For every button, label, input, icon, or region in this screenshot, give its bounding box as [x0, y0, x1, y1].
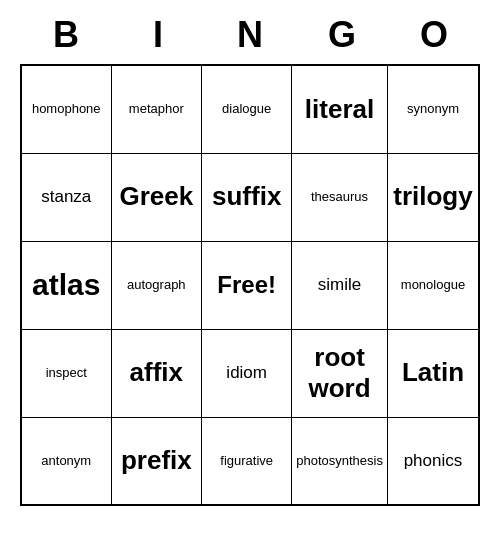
cell-2-0: atlas — [21, 241, 111, 329]
cell-1-3: thesaurus — [292, 153, 388, 241]
cell-3-3: rootword — [292, 329, 388, 417]
cell-2-2: Free! — [202, 241, 292, 329]
cell-4-3: photosynthesis — [292, 417, 388, 505]
grid-row-4: antonymprefixfigurativephotosynthesispho… — [21, 417, 479, 505]
cell-0-4: synonym — [387, 65, 479, 153]
cell-0-1: metaphor — [111, 65, 202, 153]
cell-1-2: suffix — [202, 153, 292, 241]
cell-1-1: Greek — [111, 153, 202, 241]
cell-2-1: autograph — [111, 241, 202, 329]
grid-row-0: homophonemetaphordialogueliteralsynonym — [21, 65, 479, 153]
cell-1-0: stanza — [21, 153, 111, 241]
cell-0-3: literal — [292, 65, 388, 153]
header-letter-I: I — [112, 10, 204, 60]
cell-4-0: antonym — [21, 417, 111, 505]
header-letter-N: N — [204, 10, 296, 60]
cell-0-0: homophone — [21, 65, 111, 153]
cell-4-4: phonics — [387, 417, 479, 505]
cell-4-1: prefix — [111, 417, 202, 505]
cell-3-2: idiom — [202, 329, 292, 417]
cell-0-2: dialogue — [202, 65, 292, 153]
cell-3-4: Latin — [387, 329, 479, 417]
bingo-header: BINGO — [20, 10, 480, 60]
cell-3-1: affix — [111, 329, 202, 417]
cell-3-0: inspect — [21, 329, 111, 417]
grid-row-3: inspectaffixidiomrootwordLatin — [21, 329, 479, 417]
cell-4-2: figurative — [202, 417, 292, 505]
header-letter-O: O — [388, 10, 480, 60]
bingo-grid: homophonemetaphordialogueliteralsynonyms… — [20, 64, 480, 506]
cell-1-4: trilogy — [387, 153, 479, 241]
cell-2-3: simile — [292, 241, 388, 329]
cell-2-4: monologue — [387, 241, 479, 329]
grid-row-1: stanzaGreeksuffixthesaurustrilogy — [21, 153, 479, 241]
grid-row-2: atlasautographFree!similemonologue — [21, 241, 479, 329]
header-letter-B: B — [20, 10, 112, 60]
header-letter-G: G — [296, 10, 388, 60]
